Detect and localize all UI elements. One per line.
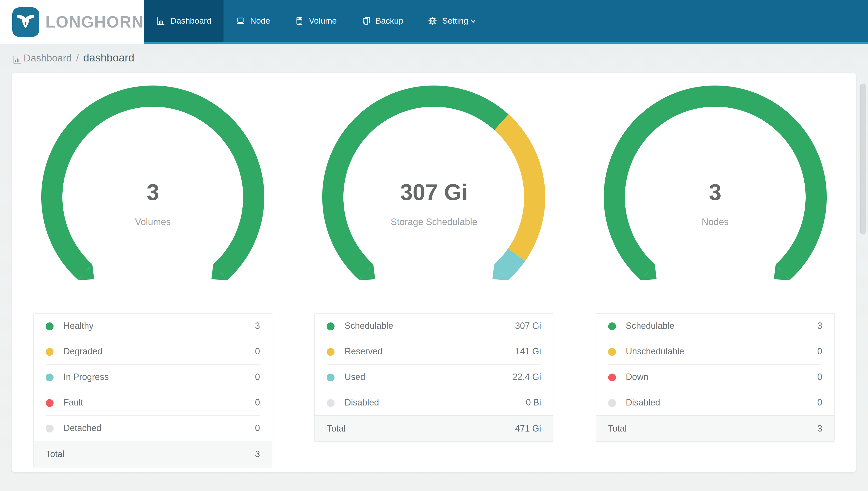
legend-value: 307 Gi [515, 321, 541, 331]
total-value: 3 [255, 449, 260, 459]
nav-tab-volume[interactable]: Volume [282, 0, 349, 42]
legend-color-dot [46, 399, 54, 407]
legend-color-dot [46, 373, 54, 381]
volumes-gauge: 3 Volumes [40, 84, 266, 310]
breadcrumb: Dashboard / dashboard [0, 44, 868, 67]
laptop-icon [236, 16, 245, 26]
volumes-gauge-arc [40, 84, 266, 310]
copy-pages-icon [361, 16, 371, 26]
legend-value: 0 [817, 347, 822, 357]
storage-chart-column: 307 Gi Storage Schedulable Schedulable30… [293, 73, 575, 472]
legend-row: Down0 [608, 365, 822, 390]
legend-value: 22.4 Gi [513, 372, 541, 382]
nav-tab-backup[interactable]: Backup [349, 0, 415, 42]
legend-row: Disabled0 [608, 390, 822, 415]
total-value: 3 [817, 424, 822, 434]
legend-label: Degraded [63, 347, 102, 357]
legend-row: Healthy3 [46, 314, 260, 339]
server-stack-icon [295, 16, 304, 26]
storage-legend-table: Schedulable307 GiReserved141 GiUsed22.4 … [315, 313, 553, 442]
nav-tab-node[interactable]: Node [223, 0, 282, 42]
nav-tab-label: Backup [376, 16, 403, 26]
legend-row: Reserved141 Gi [327, 339, 541, 365]
legend-label: Detached [63, 423, 101, 433]
nav-tab-label: Setting [442, 16, 468, 26]
nav-tabs: Dashboard Node Volume [144, 0, 489, 42]
nodes-total-row: Total 3 [596, 415, 834, 441]
legend-value: 3 [817, 321, 822, 331]
storage-gauge-arc [321, 84, 547, 310]
legend-row: Used22.4 Gi [327, 365, 541, 390]
legend-value: 0 [255, 347, 260, 357]
breadcrumb-root-link[interactable]: Dashboard [24, 53, 72, 64]
legend-row: Unschedulable0 [608, 339, 822, 365]
legend-label: Fault [63, 398, 83, 408]
nav-tab-setting[interactable]: Setting [415, 0, 489, 42]
chevron-down-icon [470, 18, 476, 24]
bull-icon [14, 10, 37, 33]
legend-label: Schedulable [626, 321, 675, 331]
legend-label: Used [345, 372, 365, 382]
legend-value: 0 [255, 423, 260, 433]
legend-color-dot [46, 348, 54, 355]
top-nav: LONGHORN Dashboard Node [0, 0, 868, 44]
volumes-chart-column: 3 Volumes Healthy3Degraded0In Progress0F… [12, 73, 293, 472]
nodes-legend-table: Schedulable3Unschedulable0Down0Disabled0… [596, 313, 835, 442]
volumes-legend-list: Healthy3Degraded0In Progress0Fault0Detac… [34, 314, 272, 441]
total-value: 471 Gi [515, 424, 541, 434]
total-label: Total [327, 424, 346, 434]
legend-row: Schedulable3 [608, 314, 822, 339]
legend-value: 3 [255, 321, 260, 331]
bar-chart-icon [12, 55, 22, 64]
longhorn-logo-badge [12, 7, 39, 37]
legend-label: Reserved [345, 347, 382, 357]
legend-row: Fault0 [46, 390, 260, 416]
total-label: Total [46, 449, 64, 459]
longhorn-dashboard-page: LONGHORN Dashboard Node [0, 0, 868, 491]
legend-color-dot [327, 322, 335, 330]
legend-color-dot [327, 348, 335, 355]
legend-label: Unschedulable [626, 347, 684, 357]
legend-row: Detached0 [46, 416, 260, 441]
page-scrollbar-thumb[interactable] [860, 84, 866, 234]
legend-color-dot [327, 373, 335, 381]
nodes-legend-list: Schedulable3Unschedulable0Down0Disabled0 [596, 314, 834, 415]
legend-label: In Progress [63, 372, 108, 382]
legend-color-dot [608, 373, 616, 381]
legend-color-dot [608, 399, 616, 407]
volumes-total-row: Total 3 [34, 441, 272, 467]
legend-value: 0 [817, 372, 822, 382]
logo-area[interactable]: LONGHORN [0, 0, 144, 44]
breadcrumb-current: dashboard [83, 52, 134, 64]
nav-tab-dashboard[interactable]: Dashboard [144, 0, 223, 42]
total-label: Total [608, 424, 627, 434]
nav-tab-label: Dashboard [170, 16, 211, 26]
legend-label: Healthy [63, 321, 93, 331]
legend-label: Disabled [345, 398, 379, 408]
dashboard-card: 3 Volumes Healthy3Degraded0In Progress0F… [12, 73, 856, 472]
legend-value: 0 [817, 398, 822, 408]
legend-value: 141 Gi [515, 347, 541, 357]
volumes-legend-table: Healthy3Degraded0In Progress0Fault0Detac… [33, 313, 272, 467]
nodes-gauge-arc [602, 84, 828, 310]
legend-color-dot [327, 399, 335, 407]
legend-row: Schedulable307 Gi [327, 314, 541, 339]
nodes-chart-column: 3 Nodes Schedulable3Unschedulable0Down0D… [575, 73, 856, 472]
legend-value: 0 Bi [526, 398, 541, 408]
legend-label: Schedulable [345, 321, 393, 331]
legend-value: 0 [255, 372, 260, 382]
legend-label: Disabled [626, 398, 660, 408]
legend-label: Down [626, 372, 648, 382]
legend-color-dot [46, 322, 54, 330]
nodes-gauge: 3 Nodes [602, 84, 828, 310]
gear-icon [428, 16, 437, 26]
nav-accent-strip [144, 42, 868, 44]
legend-row: Degraded0 [46, 339, 260, 365]
storage-total-row: Total 471 Gi [315, 415, 553, 441]
legend-color-dot [608, 348, 616, 355]
legend-color-dot [46, 425, 54, 432]
nav-tab-label: Node [250, 16, 270, 26]
storage-gauge: 307 Gi Storage Schedulable [321, 84, 547, 310]
logo-text: LONGHORN [45, 12, 144, 31]
breadcrumb-separator: / [76, 53, 79, 64]
